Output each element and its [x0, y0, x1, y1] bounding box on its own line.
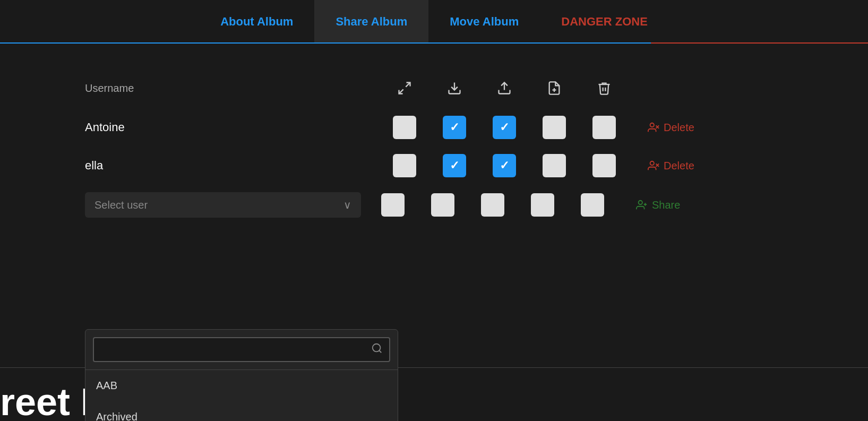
- dropdown-item-aab[interactable]: AAB: [85, 370, 398, 401]
- user-row-antoine: Antoine Delete: [85, 116, 868, 139]
- tab-move[interactable]: Move Album: [428, 0, 540, 44]
- upload-icon-header: [493, 76, 516, 100]
- antoine-cb-upload[interactable]: [493, 116, 516, 139]
- dropdown-search-area: [85, 330, 398, 370]
- permission-icons-header: [393, 76, 616, 100]
- svg-point-12: [639, 201, 642, 204]
- ella-cb-download[interactable]: [443, 154, 466, 177]
- tab-about[interactable]: About Album: [199, 0, 314, 44]
- edit-icon-header: [543, 76, 566, 100]
- username-ella: ella: [85, 159, 393, 173]
- svg-point-15: [373, 344, 381, 352]
- user-row-ella: ella Delete: [85, 154, 868, 177]
- new-user-row: Select user ∨ Share: [85, 192, 868, 218]
- svg-point-6: [650, 123, 654, 127]
- download-icon-header: [443, 76, 466, 100]
- antoine-cb-expand[interactable]: [393, 116, 416, 139]
- username-column-header: Username: [85, 82, 393, 94]
- dropdown-item-archived[interactable]: Archived: [85, 401, 398, 421]
- user-dropdown: AAB Archived: [85, 329, 398, 421]
- person-delete-icon-ella: [648, 160, 659, 171]
- search-input[interactable]: [100, 344, 371, 355]
- antoine-cb-download[interactable]: [443, 116, 466, 139]
- chevron-down-icon: ∨: [343, 199, 351, 211]
- new-user-cb-edit[interactable]: [531, 193, 554, 217]
- select-user-placeholder: Select user: [94, 199, 148, 211]
- svg-point-9: [650, 161, 654, 165]
- ella-cb-expand[interactable]: [393, 154, 416, 177]
- person-delete-icon: [648, 122, 659, 133]
- ella-checkboxes: [393, 154, 616, 177]
- ella-delete-button[interactable]: Delete: [648, 160, 694, 172]
- svg-line-16: [379, 350, 381, 353]
- username-antoine: Antoine: [85, 121, 393, 134]
- person-add-icon: [636, 199, 648, 211]
- svg-line-0: [406, 83, 410, 87]
- new-user-checkboxes: [381, 193, 604, 217]
- table-header: Username: [85, 76, 868, 105]
- new-user-cb-expand[interactable]: [381, 193, 405, 217]
- tab-bar: About Album Share Album Move Album DANGE…: [0, 0, 868, 45]
- new-user-cb-delete[interactable]: [581, 193, 604, 217]
- new-user-cb-upload[interactable]: [481, 193, 504, 217]
- tab-danger-zone[interactable]: DANGER ZONE: [540, 0, 669, 44]
- antoine-delete-button[interactable]: Delete: [648, 122, 694, 134]
- search-input-wrapper: [93, 337, 390, 362]
- svg-line-1: [399, 89, 403, 93]
- antoine-cb-edit[interactable]: [543, 116, 566, 139]
- ella-cb-upload[interactable]: [493, 154, 516, 177]
- new-user-cb-download[interactable]: [431, 193, 454, 217]
- main-content: Username: [0, 45, 868, 218]
- search-icon: [371, 342, 383, 357]
- expand-icon-header: [393, 76, 416, 100]
- ella-cb-edit[interactable]: [543, 154, 566, 177]
- trash-icon-header: [592, 76, 616, 100]
- ella-cb-delete[interactable]: [592, 154, 616, 177]
- share-button[interactable]: Share: [636, 199, 680, 211]
- antoine-cb-delete[interactable]: [592, 116, 616, 139]
- select-user-dropdown[interactable]: Select user ∨: [85, 192, 361, 218]
- tab-share[interactable]: Share Album: [314, 0, 428, 44]
- antoine-checkboxes: [393, 116, 616, 139]
